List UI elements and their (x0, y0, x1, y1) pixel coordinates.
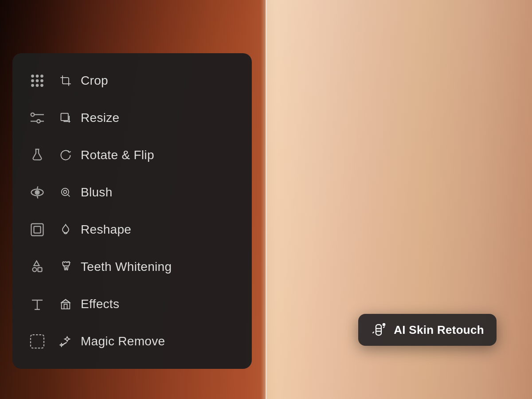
reshape-label: Reshape (81, 223, 131, 237)
shapes-icon (27, 256, 48, 278)
teeth-label: Teeth Whitening (81, 260, 172, 274)
sidebar-item-effects[interactable]: Effects (12, 286, 252, 323)
text-icon (27, 293, 48, 315)
blush-icon (59, 185, 73, 200)
svg-point-7 (31, 80, 34, 82)
ai-retouch-icon (371, 322, 387, 338)
svg-rect-26 (34, 227, 41, 233)
svg-point-6 (41, 75, 43, 77)
svg-point-36 (383, 324, 385, 326)
reshape-icon (59, 223, 73, 237)
magic-label: Magic Remove (81, 334, 165, 348)
svg-point-13 (31, 113, 35, 117)
svg-line-35 (62, 342, 67, 345)
svg-point-5 (36, 75, 39, 77)
ai-badge-label: AI Skin Retouch (394, 323, 484, 337)
rotate-label: Rotate & Flip (81, 148, 154, 162)
sidebar-item-teeth[interactable]: Teeth Whitening (12, 248, 252, 286)
svg-point-27 (33, 268, 37, 272)
svg-rect-25 (31, 224, 43, 236)
sliders-icon (27, 107, 48, 129)
svg-point-4 (31, 75, 34, 77)
resize-icon (59, 111, 73, 125)
svg-rect-19 (61, 113, 68, 121)
teeth-icon (59, 260, 73, 274)
sidebar-item-magic[interactable]: Magic Remove (12, 323, 252, 360)
sidebar-item-blush[interactable]: Blush (12, 174, 252, 211)
resize-label: Resize (81, 111, 119, 125)
effects-icon (59, 297, 73, 311)
svg-rect-34 (31, 335, 44, 348)
empty-icon (27, 331, 48, 352)
sidebar-item-crop[interactable]: Crop (12, 62, 252, 99)
sidebar-item-rotate[interactable]: Rotate & Flip (12, 137, 252, 174)
svg-point-10 (31, 84, 34, 86)
grid-icon (27, 70, 48, 91)
svg-marker-33 (62, 300, 70, 303)
svg-marker-29 (34, 261, 39, 266)
frame-icon (27, 219, 48, 240)
crop-label: Crop (81, 74, 108, 88)
svg-point-12 (41, 84, 43, 86)
svg-point-14 (37, 120, 40, 123)
svg-point-22 (36, 192, 39, 194)
sidebar-item-reshape[interactable]: Reshape (12, 211, 252, 248)
sidebar-panel: Crop Resize (12, 53, 252, 369)
svg-point-8 (36, 80, 39, 82)
blush-label: Blush (81, 185, 113, 200)
svg-rect-3 (266, 0, 266, 399)
svg-point-24 (63, 190, 66, 193)
svg-point-23 (62, 188, 69, 196)
rotate-icon (59, 148, 73, 162)
flask-icon (27, 145, 48, 166)
eye-icon (27, 182, 48, 203)
crop-icon (59, 74, 73, 88)
effects-label: Effects (81, 297, 119, 311)
svg-rect-28 (38, 268, 42, 272)
ai-skin-retouch-badge[interactable]: AI Skin Retouch (358, 314, 497, 346)
svg-point-11 (36, 84, 39, 86)
magic-icon (59, 334, 73, 348)
sidebar-item-resize[interactable]: Resize (12, 99, 252, 137)
svg-point-9 (41, 80, 43, 82)
